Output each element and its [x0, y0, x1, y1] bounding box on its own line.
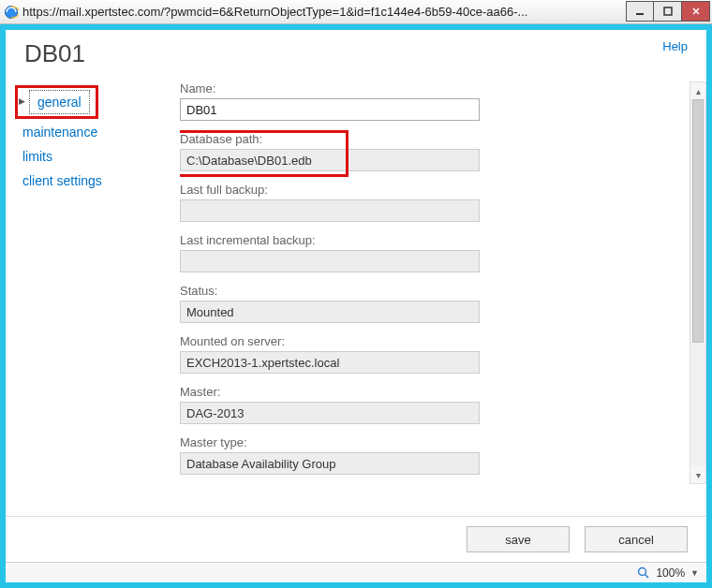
zoom-dropdown-icon[interactable]: ▼: [690, 568, 699, 578]
dialog-footer: save cancel: [6, 516, 706, 562]
zoom-level[interactable]: 100%: [656, 566, 685, 580]
mounted-on-server-value: [180, 351, 480, 374]
zoom-icon[interactable]: [637, 566, 650, 580]
status-label: Status:: [180, 284, 669, 298]
svg-line-6: [645, 574, 649, 578]
page-title: DB01: [24, 39, 85, 68]
database-path-input: [180, 149, 480, 171]
name-input[interactable]: [180, 98, 480, 121]
window-close-button[interactable]: [682, 1, 710, 22]
last-incremental-backup-label: Last incremental backup:: [180, 233, 669, 247]
window-controls: [626, 1, 710, 22]
browser-titlebar: https://mail.xpertstec.com/?pwmcid=6&Ret…: [0, 0, 712, 24]
save-button[interactable]: save: [467, 526, 570, 552]
form-scrollbar[interactable]: ▴ ▾: [690, 81, 706, 484]
last-incremental-backup-value: [180, 250, 480, 272]
svg-point-5: [639, 567, 646, 575]
master-type-value: [180, 452, 480, 475]
browser-statusbar: 100% ▼: [6, 562, 706, 582]
sidebar-item-limits[interactable]: limits: [15, 145, 176, 168]
master-type-label: Master type:: [180, 435, 669, 449]
name-label: Name:: [180, 81, 669, 96]
master-label: Master:: [180, 385, 669, 399]
svg-rect-2: [664, 7, 672, 15]
svg-rect-1: [636, 13, 644, 15]
help-link[interactable]: Help: [662, 39, 688, 53]
scroll-down-arrow-icon[interactable]: ▾: [690, 466, 705, 483]
master-value: [180, 402, 480, 424]
window-minimize-button[interactable]: [626, 1, 654, 22]
form-area: Name: Database path: Last full backup:: [180, 81, 706, 516]
ie-icon: [4, 5, 19, 20]
mounted-on-server-label: Mounted on server:: [180, 334, 669, 348]
sidebar: general maintenance limits client settin…: [11, 81, 180, 516]
sidebar-item-client-settings[interactable]: client settings: [15, 169, 176, 192]
window-chrome: DB01 Help general maintenance limits cli…: [0, 24, 712, 588]
browser-url: https://mail.xpertstec.com/?pwmcid=6&Ret…: [22, 5, 626, 19]
sidebar-item-maintenance[interactable]: maintenance: [15, 121, 176, 143]
sidebar-item-general[interactable]: general: [29, 90, 90, 114]
scroll-up-arrow-icon[interactable]: ▴: [690, 82, 705, 99]
last-full-backup-value: [180, 199, 480, 222]
last-full-backup-label: Last full backup:: [180, 183, 669, 197]
cancel-button[interactable]: cancel: [585, 526, 688, 552]
status-value: [180, 301, 480, 323]
scroll-thumb[interactable]: [692, 99, 704, 343]
database-path-label: Database path:: [180, 132, 669, 146]
dialog: DB01 Help general maintenance limits cli…: [6, 30, 706, 582]
window-maximize-button[interactable]: [654, 1, 682, 22]
